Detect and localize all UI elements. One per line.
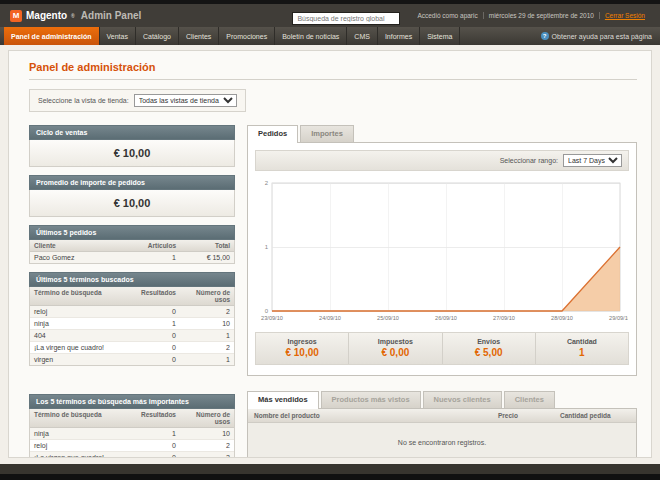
global-search	[292, 7, 400, 25]
last-orders-panel: Últimos 5 pedidos Cliente Artículos Tota…	[29, 225, 235, 264]
col-header-customer: Cliente	[30, 240, 136, 251]
cell-term: virgen	[30, 354, 136, 365]
store-view-label: Seleccione la vista de tienda:	[38, 97, 129, 104]
col-header-product-name: Nombre del producto	[248, 409, 494, 422]
session-info: Accedió como aparic miércoles 29 de sept…	[412, 12, 650, 19]
products-box: Nombre del producto Precio Cantidad pedi…	[247, 408, 637, 458]
browser-viewport: M Magento® Admin Panel Accedió como apar…	[0, 0, 660, 480]
total-label: Impuestos	[349, 338, 441, 345]
tab-bestsellers[interactable]: Más vendidos	[247, 391, 319, 409]
total-value: € 5,00	[443, 347, 535, 358]
totals-bar: Ingresos € 10,00 Impuestos € 0,00 Envíos…	[255, 332, 629, 365]
total-value: € 0,00	[349, 347, 441, 358]
average-orders-title: Promedio de importe de pedidos	[29, 175, 235, 190]
last-search-table: Término de búsqueda Resultados Número de…	[29, 287, 235, 366]
nav-item-dashboard[interactable]: Panel de administración	[4, 27, 100, 45]
table-row[interactable]: virgen 0 1	[30, 354, 234, 365]
table-row[interactable]: ¡La virgen que cuadro! 0 2	[30, 452, 234, 458]
cell-results: 1	[136, 318, 180, 329]
page-title: Panel de administración	[29, 61, 637, 73]
orders-chart: 01223/09/1024/09/1025/09/1026/09/1027/09…	[256, 176, 628, 326]
logo-suffix: Admin Panel	[81, 10, 142, 21]
col-header-term: Término de búsqueda	[30, 409, 136, 427]
magento-logo-icon: M	[10, 10, 22, 22]
table-row[interactable]: reloj 0 2	[30, 306, 234, 318]
lifetime-sales-title: Ciclo de ventas	[29, 125, 235, 140]
total-value: € 10,00	[256, 347, 348, 358]
magento-logo[interactable]: M Magento® Admin Panel	[10, 10, 141, 22]
top-search-header: Término de búsqueda Resultados Número de…	[30, 409, 234, 428]
cell-uses: 2	[180, 452, 234, 458]
help-label: Obtener ayuda para esta página	[552, 33, 652, 40]
average-orders-panel: Promedio de importe de pedidos € 10,00	[29, 175, 235, 217]
cell-term: ninja	[30, 428, 136, 439]
top-search-panel: Los 5 términos de búsqueda más important…	[29, 394, 235, 458]
last-search-title: Últimos 5 términos buscados	[29, 272, 235, 287]
cell-results: 0	[136, 342, 180, 353]
cell-results: 0	[136, 452, 180, 458]
tab-new-customers[interactable]: Nuevos clientes	[423, 391, 502, 408]
nav-item-cms[interactable]: CMS	[347, 27, 378, 45]
cell-items: 1	[136, 252, 180, 263]
table-row[interactable]: reloj 0 2	[30, 440, 234, 452]
nav-item-catalog[interactable]: Catálogo	[136, 27, 179, 45]
range-strip: Seleccionar rango: Last 7 Days	[255, 150, 629, 171]
total-quantity: Cantidad 1	[535, 333, 628, 364]
col-header-total: Total	[180, 240, 234, 251]
cell-total: € 15,00	[180, 252, 234, 263]
svg-text:26/09/10: 26/09/10	[435, 315, 457, 321]
col-header-qty-ordered: Cantidad pedida	[556, 409, 636, 422]
tab-most-viewed[interactable]: Productos más vistos	[321, 391, 421, 408]
diagram-box: Seleccionar rango: Last 7 Days 01223/09/…	[247, 142, 637, 376]
svg-text:29/09/10: 29/09/10	[609, 315, 628, 321]
page-area: Panel de administración Seleccione la vi…	[0, 45, 660, 464]
nav-item-system[interactable]: Sistema	[420, 27, 460, 45]
range-select[interactable]: Last 7 Days	[563, 154, 622, 167]
table-row[interactable]: ninja 1 10	[30, 318, 234, 330]
spacer	[29, 374, 235, 394]
cell-term: ninja	[30, 318, 136, 329]
logout-link[interactable]: Cerrar Sesión	[599, 12, 650, 19]
logo-trademark: ®	[71, 13, 75, 19]
table-row[interactable]: ninja 1 10	[30, 428, 234, 440]
tab-orders[interactable]: Pedidos	[247, 125, 298, 143]
svg-text:27/09/10: 27/09/10	[493, 315, 515, 321]
table-row[interactable]: ¡La virgen que cuadro! 0 2	[30, 342, 234, 354]
top-search-title: Los 5 términos de búsqueda más important…	[29, 394, 235, 409]
nav-item-newsletter[interactable]: Boletín de noticias	[275, 27, 347, 45]
empty-records-message: No se encontraron registros.	[248, 423, 636, 458]
global-search-input[interactable]	[292, 12, 400, 25]
diagram-tabs: Pedidos Importes	[247, 125, 637, 142]
store-view-select[interactable]: Todas las vistas de tienda	[134, 94, 237, 107]
svg-text:24/09/10: 24/09/10	[319, 315, 341, 321]
table-row[interactable]: Paco Gomez 1 € 15,00	[30, 252, 234, 263]
lifetime-sales-value: € 10,00	[29, 140, 235, 167]
col-header-uses: Número de usos	[180, 409, 234, 427]
logo-text: Magento	[26, 10, 67, 21]
svg-text:0: 0	[265, 308, 269, 314]
store-view-switcher: Seleccione la vista de tienda: Todas las…	[29, 89, 246, 112]
svg-text:28/09/10: 28/09/10	[551, 315, 573, 321]
total-label: Envíos	[443, 338, 535, 345]
nav-item-customers[interactable]: Clientes	[179, 27, 219, 45]
nav-item-reports[interactable]: Informes	[378, 27, 420, 45]
main-nav: Panel de administración Ventas Catálogo …	[0, 27, 660, 45]
nav-item-promotions[interactable]: Promociones	[219, 27, 275, 45]
svg-text:23/09/10: 23/09/10	[261, 315, 283, 321]
tab-amounts[interactable]: Importes	[300, 125, 354, 142]
tab-customers[interactable]: Clientes	[504, 391, 555, 408]
total-shipping: Envíos € 5,00	[442, 333, 535, 364]
col-header-results: Resultados	[136, 287, 180, 305]
cell-results: 0	[136, 440, 180, 451]
average-orders-value: € 10,00	[29, 190, 235, 217]
logged-in-as: Accedió como aparic	[412, 12, 482, 19]
table-row[interactable]: 404 0 1	[30, 330, 234, 342]
grids-tabs: Más vendidos Productos más vistos Nuevos…	[247, 391, 637, 408]
page-help-link[interactable]: ? Obtener ayuda para esta página	[541, 27, 660, 45]
cell-uses: 2	[180, 440, 234, 451]
svg-text:25/09/10: 25/09/10	[377, 315, 399, 321]
col-header-term: Término de búsqueda	[30, 287, 136, 305]
last-orders-table: Cliente Artículos Total Paco Gomez 1 € 1…	[29, 240, 235, 264]
cell-results: 1	[136, 428, 180, 439]
nav-item-sales[interactable]: Ventas	[100, 27, 136, 45]
